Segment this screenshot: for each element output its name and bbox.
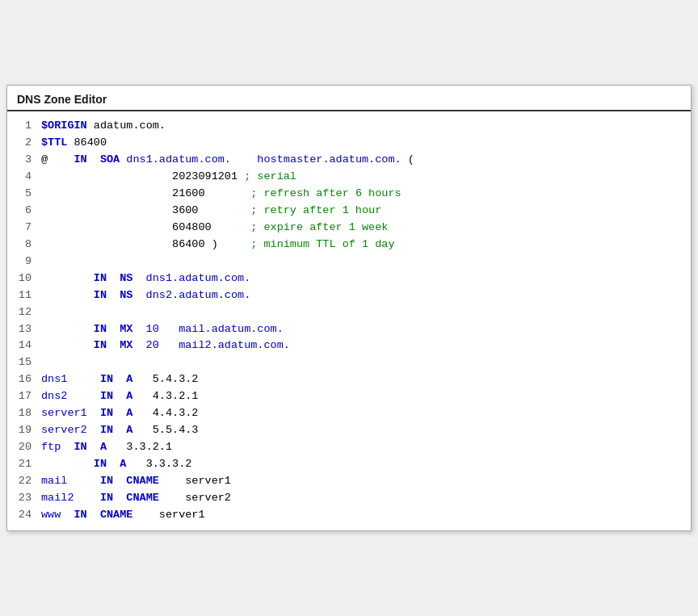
line-content: IN MX 10 mail.adatum.com. [41,321,284,338]
line-content: www IN CNAME server1 [41,507,205,524]
editor-line: 12 [7,304,691,321]
window-title: DNS Zone Editor [17,93,107,106]
line-number: 18 [11,405,41,422]
line-number: 1 [11,118,41,135]
line-number: 13 [11,321,41,338]
line-number: 9 [11,254,41,270]
editor-line: 8 86400 ) ; minimum TTL of 1 day [7,237,691,254]
editor-line: 24www IN CNAME server1 [7,507,691,524]
line-number: 6 [11,203,41,220]
line-number: 16 [11,371,41,388]
editor-line: 19server2 IN A 5.5.4.3 [7,422,691,439]
line-content: mail2 IN CNAME server2 [41,490,231,507]
editor-line: 23mail2 IN CNAME server2 [7,490,691,507]
editor-line: 13 IN MX 10 mail.adatum.com. [7,321,691,338]
title-bar: DNS Zone Editor [7,86,691,111]
line-content: $ORIGIN adatum.com. [41,118,166,135]
editor-line: 3@ IN SOA dns1.adatum.com. hostmaster.ad… [7,152,691,169]
line-content: 86400 ) ; minimum TTL of 1 day [41,237,395,254]
line-content: IN MX 20 mail2.adatum.com. [41,337,290,354]
line-number: 14 [11,337,41,354]
line-number: 5 [11,186,41,203]
editor-line: 15 [7,354,691,371]
line-content: IN A 3.3.3.2 [41,456,191,473]
editor-line: 10 IN NS dns1.adatum.com. [7,270,691,287]
dns-zone-editor-window: DNS Zone Editor 1$ORIGIN adatum.com.2$TT… [6,85,692,530]
editor-line: 5 21600 ; refresh after 6 hours [7,186,691,203]
line-number: 24 [11,507,41,524]
editor-line: 16dns1 IN A 5.4.3.2 [7,371,691,388]
line-number: 11 [11,287,41,304]
line-number: 12 [11,304,41,321]
editor-line: 22mail IN CNAME server1 [7,473,691,490]
line-content: 21600 ; refresh after 6 hours [41,186,402,203]
line-number: 19 [11,422,41,439]
line-number: 7 [11,220,41,237]
line-number: 17 [11,388,41,405]
line-content: 2023091201 ; serial [41,169,296,186]
editor-line: 6 3600 ; retry after 1 hour [7,203,691,220]
editor-line: 7 604800 ; expire after 1 week [7,220,691,237]
editor-line: 18server1 IN A 4.4.3.2 [7,405,691,422]
line-content: IN NS dns2.adatum.com. [41,287,250,304]
line-number: 10 [11,270,41,287]
line-content: dns1 IN A 5.4.3.2 [41,371,198,388]
line-content: ftp IN A 3.3.2.1 [41,439,172,456]
editor-line: 11 IN NS dns2.adatum.com. [7,287,691,304]
editor-line: 17dns2 IN A 4.3.2.1 [7,388,691,405]
line-number: 3 [11,152,41,169]
line-number: 20 [11,439,41,456]
line-content: server1 IN A 4.4.3.2 [41,405,198,422]
line-number: 8 [11,237,41,254]
line-number: 2 [11,135,41,152]
editor-area[interactable]: 1$ORIGIN adatum.com.2$TTL 864003@ IN SOA… [7,111,691,530]
line-content: 604800 ; expire after 1 week [41,220,388,237]
line-content: 3600 ; retry after 1 hour [41,203,381,220]
editor-line: 14 IN MX 20 mail2.adatum.com. [7,337,691,354]
editor-line: 2$TTL 86400 [7,135,691,152]
line-content: @ IN SOA dns1.adatum.com. hostmaster.ada… [41,152,414,169]
line-content: IN NS dns1.adatum.com. [41,270,250,287]
line-number: 23 [11,490,41,507]
line-content: dns2 IN A 4.3.2.1 [41,388,198,405]
editor-line: 20ftp IN A 3.3.2.1 [7,439,691,456]
editor-line: 21 IN A 3.3.3.2 [7,456,691,473]
line-number: 15 [11,354,41,371]
line-number: 21 [11,456,41,473]
editor-line: 4 2023091201 ; serial [7,169,691,186]
line-content: $TTL 86400 [41,135,107,152]
line-content: mail IN CNAME server1 [41,473,231,490]
line-number: 4 [11,169,41,186]
editor-line: 1$ORIGIN adatum.com. [7,118,691,135]
editor-line: 9 [7,254,691,270]
line-number: 22 [11,473,41,490]
line-content: server2 IN A 5.5.4.3 [41,422,198,439]
